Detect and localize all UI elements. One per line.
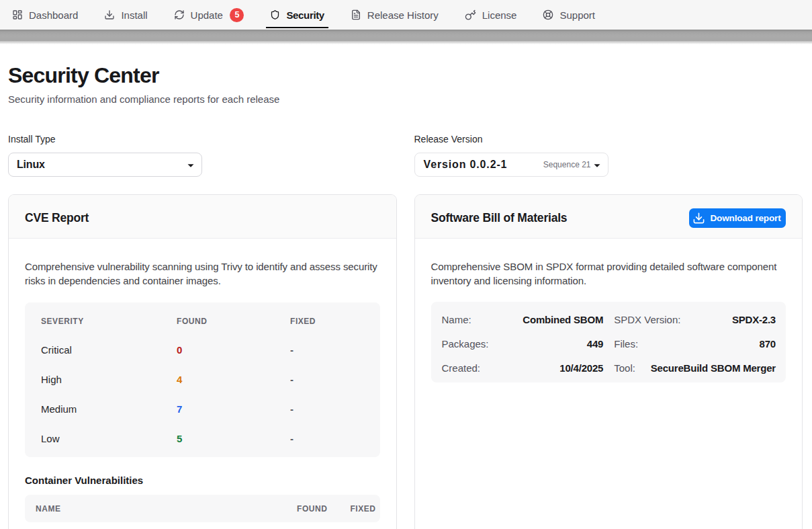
found-col-header: FOUND <box>177 317 290 326</box>
detail-label: Created: <box>442 362 481 374</box>
severity-found-count: 7 <box>177 403 290 415</box>
cards-row: CVE Report Comprehensive vulnerability s… <box>8 194 803 529</box>
severity-row-medium: Medium 7 - <box>41 395 364 424</box>
sbom-detail-tool: Tool: SecureBuild SBOM Merger <box>614 356 776 380</box>
top-nav: Dashboard Install Update 5 Security Rele… <box>0 0 812 30</box>
update-count-badge: 5 <box>230 8 244 22</box>
header-shadow-band <box>0 30 812 41</box>
release-version-value: Version 0.0.2-1 <box>424 159 508 171</box>
chevron-down-icon <box>187 164 194 167</box>
severity-row-critical: Critical 0 - <box>41 335 364 365</box>
nav-label: Install <box>121 9 147 21</box>
severity-table-header: SEVERITY FOUND FIXED <box>41 307 364 335</box>
fixed-col-header: FIXED <box>328 504 376 514</box>
sbom-detail-name: Name: Combined SBOM <box>442 308 604 332</box>
refresh-icon <box>174 9 185 20</box>
detail-value: Combined SBOM <box>523 314 603 325</box>
sbom-detail-created: Created: 10/4/2025 <box>442 356 604 380</box>
install-type-field: Install Type Linux <box>8 134 397 177</box>
install-type-value: Linux <box>17 159 45 171</box>
detail-label: Tool: <box>614 362 635 374</box>
sbom-card: Software Bill of Materials Download repo… <box>414 194 803 529</box>
severity-fixed-count: - <box>290 403 364 415</box>
severity-label: Critical <box>41 344 177 356</box>
severity-found-count: 0 <box>177 344 290 356</box>
shield-icon <box>270 9 280 20</box>
page-subtitle: Security information and compliance repo… <box>8 92 803 106</box>
cve-card-header: CVE Report <box>9 195 396 239</box>
detail-label: Name: <box>442 314 471 325</box>
sbom-detail-spdx-version: SPDX Version: SPDX-2.3 <box>614 308 776 332</box>
download-icon <box>104 9 115 20</box>
detail-label: Files: <box>614 338 638 350</box>
layout-dashboard-icon <box>12 9 23 20</box>
cve-description: Comprehensive vulnerability scanning usi… <box>25 259 380 288</box>
container-vulnerabilities-title: Container Vulnerabilities <box>25 475 380 486</box>
release-version-select[interactable]: Version 0.0.2-1 Sequence 21 <box>414 153 608 177</box>
severity-row-low: Low 5 - <box>41 424 364 454</box>
name-col-header: NAME <box>36 504 267 514</box>
sbom-description: Comprehensive SBOM in SPDX format provid… <box>431 259 786 288</box>
key-icon <box>465 9 476 21</box>
nav-label: Update <box>191 9 223 21</box>
nav-label: Dashboard <box>29 9 78 21</box>
detail-value: 870 <box>760 338 776 350</box>
detail-label: SPDX Version: <box>614 314 680 325</box>
file-text-icon <box>351 9 361 20</box>
page-content: Security Center Security information and… <box>0 63 812 529</box>
severity-fixed-count: - <box>290 433 364 444</box>
nav-item-security[interactable]: Security <box>266 0 328 30</box>
release-version-meta: Sequence 21 <box>543 160 591 169</box>
sbom-detail-files: Files: 870 <box>614 332 776 356</box>
download-report-label: Download report <box>711 213 781 223</box>
nav-item-license[interactable]: License <box>461 0 521 30</box>
detail-value: 10/4/2025 <box>559 362 603 374</box>
nav-label: Release History <box>367 9 439 21</box>
chevron-down-icon <box>594 164 600 167</box>
install-type-label: Install Type <box>8 134 397 145</box>
severity-col-header: SEVERITY <box>41 317 177 326</box>
severity-fixed-count: - <box>290 344 364 356</box>
nav-item-dashboard[interactable]: Dashboard <box>8 0 82 30</box>
nav-label: Security <box>286 9 324 21</box>
release-version-label: Release Version <box>414 134 803 145</box>
sbom-card-body: Comprehensive SBOM in SPDX format provid… <box>415 239 803 529</box>
container-vulnerabilities-table: NAME FOUND FIXED <box>25 495 380 522</box>
found-col-header: FOUND <box>267 504 328 514</box>
page-title: Security Center <box>8 63 803 87</box>
severity-fixed-count: - <box>290 374 364 385</box>
nav-item-update[interactable]: Update 5 <box>170 0 249 30</box>
nav-item-install[interactable]: Install <box>100 0 151 30</box>
life-buoy-icon <box>543 9 553 20</box>
severity-found-count: 4 <box>177 374 290 385</box>
detail-label: Packages: <box>442 338 489 350</box>
severity-label: Medium <box>41 403 177 415</box>
nav-item-support[interactable]: Support <box>539 0 599 30</box>
sbom-card-title: Software Bill of Materials <box>431 211 568 225</box>
detail-value: SecureBuild SBOM Merger <box>651 362 776 374</box>
release-version-field: Release Version Version 0.0.2-1 Sequence… <box>414 134 803 177</box>
container-table-header: NAME FOUND FIXED <box>36 495 376 522</box>
sbom-detail-packages: Packages: 449 <box>442 332 604 356</box>
sbom-card-header: Software Bill of Materials Download repo… <box>415 195 803 239</box>
fixed-col-header: FIXED <box>290 317 364 326</box>
severity-table: SEVERITY FOUND FIXED Critical 0 - High 4… <box>25 302 380 457</box>
severity-found-count: 5 <box>177 433 290 444</box>
severity-row-high: High 4 - <box>41 365 364 395</box>
detail-value: 449 <box>587 338 603 350</box>
cve-card-title: CVE Report <box>25 211 89 225</box>
filters-row: Install Type Linux Release Version Versi… <box>8 134 803 177</box>
download-icon <box>692 212 705 225</box>
nav-label: License <box>482 9 517 21</box>
severity-label: Low <box>41 433 177 444</box>
detail-value: SPDX-2.3 <box>732 314 776 325</box>
cve-report-card: CVE Report Comprehensive vulnerability s… <box>8 194 397 529</box>
install-type-select[interactable]: Linux <box>8 153 202 177</box>
download-report-button[interactable]: Download report <box>689 208 786 228</box>
sbom-details-table: Name: Combined SBOM SPDX Version: SPDX-2… <box>431 302 786 382</box>
cve-card-body: Comprehensive vulnerability scanning usi… <box>9 239 396 529</box>
nav-item-release-history[interactable]: Release History <box>347 0 443 30</box>
nav-label: Support <box>559 9 595 21</box>
severity-label: High <box>41 374 177 385</box>
